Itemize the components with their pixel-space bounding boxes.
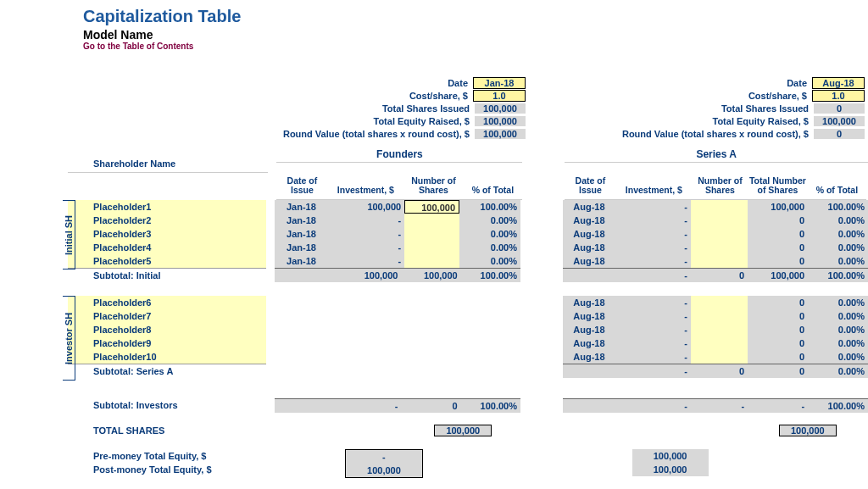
table-cell: - — [615, 241, 691, 254]
table-cell: 0.00% — [808, 323, 868, 336]
table-cell: Aug-18 — [563, 200, 615, 214]
table-cell: 0.00% — [808, 214, 868, 227]
shareholder-name-input[interactable]: Placeholder5 — [68, 254, 266, 268]
shareholder-name-input[interactable]: Placeholder8 — [68, 323, 266, 336]
total-shares-label: TOTAL SHARES — [68, 424, 269, 437]
metric-shares-label: Total Shares Issued — [280, 103, 475, 114]
seriesA-cost-input[interactable]: 1.0 — [812, 90, 865, 102]
subtotal-initial-s-sh: 0 — [691, 268, 748, 282]
num-shares-input[interactable]: 100,000 — [404, 200, 459, 214]
total-shares-seriesA: 100,000 — [779, 425, 837, 436]
table-cell: 0.00% — [808, 296, 868, 309]
table-cell: Aug-18 — [563, 309, 615, 323]
table-cell: - — [615, 200, 691, 214]
table-cell: 0 — [748, 323, 808, 336]
table-cell: 100,000 — [328, 200, 404, 214]
subtotal-inv-s-sh: - — [691, 398, 748, 413]
shareholder-name-input[interactable]: Placeholder1 — [68, 200, 266, 214]
seriesA-heading: Series A — [565, 145, 868, 163]
founders-date-input[interactable]: Jan-18 — [473, 77, 526, 89]
shareholder-name-input[interactable]: Placeholder7 — [68, 309, 266, 323]
founders-cost-input[interactable]: 1.0 — [473, 90, 526, 102]
num-shares-input[interactable] — [691, 227, 748, 241]
table-cell: Aug-18 — [563, 350, 615, 364]
page-title: Capitalization Table — [83, 7, 868, 26]
shareholder-name-input[interactable]: Placeholder2 — [68, 214, 266, 227]
table-cell: 0.00% — [459, 214, 520, 227]
table-cell: 0 — [748, 214, 808, 227]
subtotal-investors-label: Subtotal: Investors — [68, 398, 266, 412]
table-cell: - — [328, 227, 404, 241]
num-shares-input[interactable] — [404, 241, 459, 254]
table-cell: Aug-18 — [563, 254, 615, 268]
table-cell: 0.00% — [808, 227, 868, 241]
table-cell: Jan-18 — [275, 214, 328, 227]
seriesA-shares-value: 0 — [814, 103, 865, 114]
subtotal-inv-f-pct: 100.00% — [461, 398, 520, 413]
num-shares-input[interactable] — [691, 350, 748, 364]
num-shares-input[interactable] — [691, 214, 748, 227]
col-shareholder-name: Shareholder Name — [68, 145, 268, 173]
table-cell: Jan-18 — [275, 227, 328, 241]
table-cell: Aug-18 — [563, 227, 615, 241]
table-cell: 0 — [748, 309, 808, 323]
table-cell: 100,000 — [748, 200, 808, 214]
post-money-label: Post-money Total Equity, $ — [68, 463, 269, 476]
table-cell: - — [328, 241, 404, 254]
num-shares-input[interactable] — [691, 296, 748, 309]
num-shares-input[interactable] — [691, 254, 748, 268]
table-cell: - — [615, 227, 691, 241]
table-cell: 0.00% — [808, 350, 868, 364]
shareholder-name-input[interactable]: Placeholder3 — [68, 227, 266, 241]
seriesA-equity-value: 100,000 — [814, 116, 865, 126]
seriesA-metrics: DateAug-18 Cost/share, $1.0 Total Shares… — [576, 76, 865, 140]
table-cell: 0.00% — [808, 241, 868, 254]
num-shares-input[interactable] — [691, 323, 748, 336]
shareholder-name-input[interactable]: Placeholder9 — [68, 336, 266, 350]
table-cell: 0 — [748, 296, 808, 309]
num-shares-input[interactable] — [404, 214, 459, 227]
metric-roundval-label: Round Value (total shares x round cost),… — [280, 129, 475, 139]
num-shares-input[interactable] — [404, 227, 459, 241]
metric-date-label: Date — [280, 78, 473, 88]
col-pct-total: % of Total — [463, 186, 522, 200]
subtotal-inv-f-sh: 0 — [401, 398, 460, 413]
num-shares-input[interactable] — [404, 254, 459, 268]
table-cell: 0 — [748, 350, 808, 364]
table-cell: 0 — [748, 241, 808, 254]
seriesA-date-input[interactable]: Aug-18 — [812, 77, 865, 89]
subtotal-initial-s-inv: - — [615, 268, 691, 282]
subtotal-seriesA-label: Subtotal: Series A — [68, 364, 266, 378]
subtotal-seriesA-s-tot: 0 — [748, 364, 808, 378]
pre-money-label: Pre-money Total Equity, $ — [68, 449, 269, 463]
metric-equity-label: Total Equity Raised, $ — [280, 116, 475, 126]
toc-link[interactable]: Go to the Table of Contents — [83, 42, 868, 51]
shareholder-name-input[interactable]: Placeholder4 — [68, 241, 266, 254]
table-cell: Jan-18 — [275, 200, 328, 214]
subtotal-inv-s-pct: 100.00% — [808, 398, 868, 413]
metric-cost-label: Cost/share, $ — [280, 91, 473, 101]
founders-heading: Founders — [276, 145, 522, 163]
post-money-seriesA: 100,000 — [632, 463, 709, 476]
investor-sh-label: Investor SH — [63, 296, 75, 381]
num-shares-input[interactable] — [691, 241, 748, 254]
table-cell: Jan-18 — [275, 254, 328, 268]
num-shares-input[interactable] — [691, 309, 748, 323]
subtotal-seriesA-s-pct: 0.00% — [808, 364, 868, 378]
table-cell: 0 — [748, 227, 808, 241]
num-shares-input[interactable] — [691, 200, 748, 214]
table-cell: Aug-18 — [563, 296, 615, 309]
table-cell: - — [615, 350, 691, 364]
subtotal-initial-s-tot: 100,000 — [748, 268, 808, 282]
table-cell: 0.00% — [459, 254, 520, 268]
num-shares-input[interactable] — [691, 336, 748, 350]
table-cell: 0.00% — [808, 336, 868, 350]
table-cell: 0.00% — [459, 241, 520, 254]
pre-money-seriesA: 100,000 — [632, 449, 709, 463]
table-cell: 0.00% — [808, 254, 868, 268]
subtotal-inv-f-inv: - — [326, 398, 401, 413]
shareholder-name-input[interactable]: Placeholder10 — [68, 350, 266, 364]
total-shares-founders: 100,000 — [434, 425, 492, 436]
shareholder-name-input[interactable]: Placeholder6 — [68, 296, 266, 309]
founders-roundval-value: 100,000 — [475, 129, 526, 139]
